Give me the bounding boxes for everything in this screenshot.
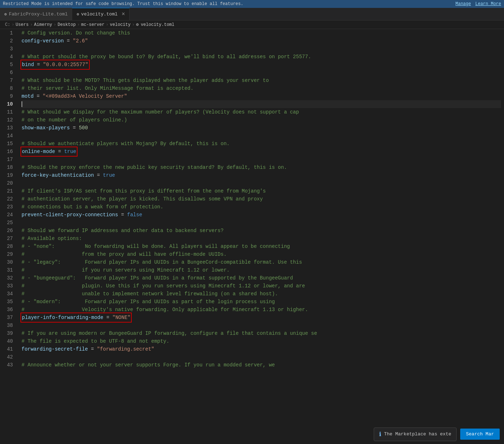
code-line-21: # If client's ISP/AS sent from this prox…	[22, 187, 501, 195]
line-number-42: 42	[4, 353, 13, 361]
notification-info: ℹ The Marketplace has exte	[374, 427, 457, 441]
code-line-4: # What port should the proxy be bound to…	[22, 53, 501, 61]
breadcrumb-part-1: Users	[16, 22, 29, 27]
breadcrumb: C: › Users › Aimerny › Desktop › mc-serv…	[0, 20, 504, 29]
code-line-35: # - "modern": Forward player IPs and UUI…	[22, 298, 501, 306]
tab-label-fabricproxy: FabricProxy-Lite.toml	[9, 11, 68, 17]
line-number-5: 5	[4, 61, 13, 69]
code-line-1: # Config version. Do not change this	[22, 29, 501, 37]
line-numbers: 1234567891011121314151617181920212223242…	[0, 29, 19, 444]
code-line-36: # Velocity's native forwarding. Only app…	[22, 306, 501, 314]
code-line-32: # - "bungeeguard": Forward player IPs an…	[22, 274, 501, 282]
line-number-6: 6	[4, 69, 13, 77]
line-number-9: 9	[4, 92, 13, 100]
line-number-26: 26	[4, 227, 13, 235]
code-line-24: prevent-client-proxy-connections = false	[22, 211, 501, 219]
line-number-41: 41	[4, 345, 13, 353]
code-line-5: bind = "0.0.0.0:25577"	[22, 61, 501, 69]
line-number-17: 17	[4, 156, 13, 163]
line-number-7: 7	[4, 77, 13, 84]
code-line-38	[22, 322, 501, 329]
code-line-30: # - "legacy": Forward player IPs and UUI…	[22, 258, 501, 266]
line-number-43: 43	[4, 361, 13, 369]
breadcrumb-part-3: Desktop	[57, 22, 75, 27]
line-number-27: 27	[4, 235, 13, 242]
code-line-28: # - "none": No forwarding will be done. …	[22, 242, 501, 250]
notification-bar: ℹ The Marketplace has exte Search Mar	[369, 424, 504, 444]
line-number-39: 39	[4, 329, 13, 337]
code-line-18: # Should the proxy enforce the new publi…	[22, 163, 501, 171]
line-number-38: 38	[4, 322, 13, 329]
code-line-29: # from the proxy and will have offline-m…	[22, 250, 501, 258]
code-line-33: # plugin. Use this if you run servers us…	[22, 282, 501, 290]
code-line-11: # What should we display for the maximum…	[22, 108, 501, 116]
learn-more-link[interactable]: Learn More	[475, 1, 501, 6]
code-line-19: force-key-authentication = true	[22, 171, 501, 179]
code-content[interactable]: # Config version. Do not change thisconf…	[19, 29, 504, 444]
code-line-23: # connections but is a weak form of prot…	[22, 203, 501, 211]
code-line-9: motd = "<#09add3>A Velocity Server"	[22, 92, 501, 100]
line-number-15: 15	[4, 140, 13, 148]
code-line-37: player-info-forwarding-mode = "NONE"	[22, 314, 501, 322]
line-number-23: 23	[4, 203, 13, 211]
code-line-12: # on the number of players online.)	[22, 116, 501, 124]
breadcrumb-part-2: Aimerny	[34, 22, 52, 27]
line-number-37: 37	[4, 314, 13, 322]
line-number-34: 34	[4, 290, 13, 298]
line-number-25: 25	[4, 219, 13, 227]
line-number-11: 11	[4, 108, 13, 116]
banner-links: Manage Learn More	[456, 1, 501, 6]
code-line-20	[22, 179, 501, 187]
code-line-31: # if you run servers using Minecraft 1.1…	[22, 266, 501, 274]
line-number-8: 8	[4, 84, 13, 92]
editor-area: 1234567891011121314151617181920212223242…	[0, 29, 504, 444]
code-line-13: show-max-players = 500	[22, 124, 501, 132]
code-line-8: # their server list. Only MiniMessage fo…	[22, 84, 501, 92]
tab-fabricproxy[interactable]: ⚙ FabricProxy-Lite.toml	[0, 8, 72, 20]
line-number-12: 12	[4, 116, 13, 124]
breadcrumb-part-0: C:	[5, 22, 10, 27]
tab-velocity[interactable]: ⚙ velocity.toml ×	[72, 8, 130, 20]
line-number-14: 14	[4, 132, 13, 140]
line-number-2: 2	[4, 37, 13, 45]
code-line-22: # authentication server, the player is k…	[22, 195, 501, 203]
line-number-28: 28	[4, 242, 13, 250]
breadcrumb-gear-icon: ⚙	[136, 22, 139, 27]
code-line-15: # Should we authenticate players with Mo…	[22, 140, 501, 148]
line-number-20: 20	[4, 179, 13, 187]
line-number-16: 16	[4, 148, 13, 156]
code-line-34: # unable to implement network level fire…	[22, 290, 501, 298]
search-marketplace-button[interactable]: Search Mar	[460, 429, 500, 440]
info-icon: ℹ	[379, 431, 381, 438]
tab-icon-fabricproxy: ⚙	[4, 12, 7, 17]
manage-link[interactable]: Manage	[456, 1, 471, 6]
tab-bar: ⚙ FabricProxy-Lite.toml ⚙ velocity.toml …	[0, 8, 504, 20]
banner-message: Restricted Mode is intended for safe cod…	[3, 1, 243, 6]
line-number-22: 22	[4, 195, 13, 203]
tab-close-velocity[interactable]: ×	[122, 11, 125, 17]
line-number-18: 18	[4, 163, 13, 171]
line-number-32: 32	[4, 274, 13, 282]
code-line-41: forwarding-secret-file = "forwarding.sec…	[22, 345, 501, 353]
code-line-27: # Available options:	[22, 235, 501, 242]
tab-icon-velocity: ⚙	[76, 12, 79, 17]
line-number-3: 3	[4, 45, 13, 53]
line-number-31: 31	[4, 266, 13, 274]
code-line-40: # The file is expected to be UTF-8 and n…	[22, 337, 501, 345]
top-banner: Restricted Mode is intended for safe cod…	[0, 0, 504, 8]
code-line-10	[22, 100, 501, 108]
line-number-40: 40	[4, 337, 13, 345]
line-number-29: 29	[4, 250, 13, 258]
breadcrumb-part-6: velocity.toml	[141, 22, 174, 27]
notification-text: The Marketplace has exte	[384, 431, 451, 437]
code-line-2: config-version = "2.6"	[22, 37, 501, 45]
line-number-30: 30	[4, 258, 13, 266]
breadcrumb-part-4: mc-server	[81, 22, 104, 27]
line-number-10: 10	[4, 100, 13, 108]
line-number-21: 21	[4, 187, 13, 195]
code-line-6	[22, 69, 501, 77]
line-number-35: 35	[4, 298, 13, 306]
line-number-1: 1	[4, 29, 13, 37]
code-line-3	[22, 45, 501, 53]
line-number-13: 13	[4, 124, 13, 132]
